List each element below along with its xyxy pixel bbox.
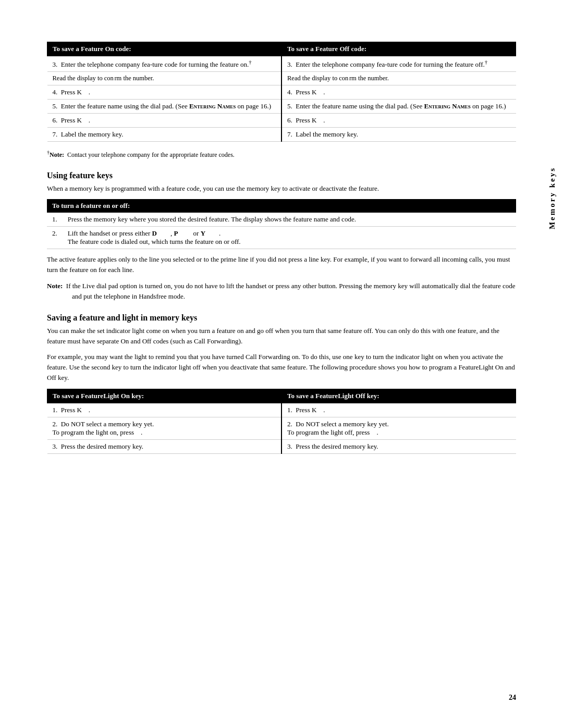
footnote-text: Contact your telephone company for the a… [67,151,235,158]
row6-num-left: 6. [53,116,58,124]
row5-num-right: 5. [287,102,292,110]
saving-feature-paragraph2: For example, you may want the light to r… [47,352,516,383]
note-paragraph: Note: If the Live dial pad option is tur… [47,281,516,302]
row6-text-right: Press K . [296,116,325,124]
row6-num-right: 6. [287,116,292,124]
table-header-left: To save a Feature On code: [47,42,282,56]
page-number: 24 [509,694,516,702]
table-row: 5. Enter the feature name using the dial… [47,100,516,114]
turn-feature-row-1: 1. Press the memory key where you stored… [47,213,516,227]
fl-row1-text-left: Press K . [61,406,90,414]
row4-num-left: 4. [53,88,58,96]
table-row: 6. Press K . 6. Press K . [47,114,516,128]
fl-row3-text-right: Press the desired memory key. [296,442,378,450]
turn-feature-header: To turn a feature on or off: [47,199,516,213]
row7-num-left: 7. [53,130,58,138]
row7-text-right: Label the memory key. [296,130,358,138]
fl-row1-num-left: 1. [53,406,58,414]
feature-on-off-table: To save a Feature On code: To save a Fea… [47,42,516,142]
featurelight-header-right: To save a FeatureLight Off key: [282,389,516,403]
row1-text-right: Enter the telephone company fea-ture cod… [296,60,487,68]
fl-row1-num-right: 1. [287,406,292,414]
row5-text-right: Enter the feature name using the dial pa… [296,102,506,110]
row1-num-right: 3. [287,60,292,68]
fl-row3-text-left: Press the desired memory key. [61,442,143,450]
page: Memory keys To save a Feature On code: T… [0,0,563,728]
row7-text-left: Label the memory key. [61,130,124,138]
table-header-right: To save a Feature Off code: [282,42,516,56]
row1-text-left: Enter the telephone company fea-ture cod… [61,60,252,68]
row4-text-right: Press K . [296,88,325,96]
row6-text-left: Press K . [61,116,90,124]
turn-feature-row-2: 2. Lift the handset or press either D , … [47,227,516,249]
footnote: †Note: Contact your telephone company fo… [47,149,516,159]
fl-row1-text-right: Press K . [296,406,325,414]
featurelight-table: To save a FeatureLight On key: To save a… [47,389,516,454]
table-row: 7. Label the memory key. 7. Label the me… [47,128,516,142]
row1-num-left: 3. [53,60,58,68]
using-feature-keys-paragraph: When a memory key is programmed with a f… [47,183,516,194]
fl-table-row-1: 1. Press K . 1. Press K . [47,403,516,417]
saving-feature-paragraph1: You can make the set indicator light com… [47,326,516,347]
turn-feature-table: To turn a feature on or off: 1. Press th… [47,199,516,249]
divider-text-right: Read the display to con rm the number. [287,75,389,82]
divider-text-left: Read the display to con rm the number. [53,75,154,82]
featurelight-header-left: To save a FeatureLight On key: [47,389,282,403]
fl-row2-num-right: 2. [287,420,292,428]
fl-table-row-2: 2. Do NOT select a memory key yet.To pro… [47,417,516,439]
row7-num-right: 7. [287,130,292,138]
note-label: Note: [47,282,63,290]
fl-row3-num-right: 3. [287,442,292,450]
fl-row2-num-left: 2. [53,420,58,428]
row5-text-left: Enter the feature name using the dial pa… [61,102,271,110]
row4-num-right: 4. [287,88,292,96]
table-row: 3. Enter the telephone company fea-ture … [47,56,516,72]
row4-text-left: Press K . [61,88,90,96]
sidebar-label: Memory keys [548,167,557,229]
fl-row2-text-left: Do NOT select a memory key yet.To progra… [53,420,154,436]
table-divider-row: Read the display to con rm the number. R… [47,72,516,85]
using-feature-keys-heading: Using feature keys [47,171,516,180]
fl-row3-num-left: 3. [53,442,58,450]
active-feature-paragraph: The active feature applies only to the l… [47,254,516,275]
row5-num-left: 5. [53,102,58,110]
table-row: 4. Press K . 4. Press K . [47,85,516,100]
fl-row2-text-right: Do NOT select a memory key yet.To progra… [287,420,389,436]
saving-feature-heading: Saving a feature and light in memory key… [47,313,516,323]
fl-table-row-3: 3. Press the desired memory key. 3. Pres… [47,439,516,453]
